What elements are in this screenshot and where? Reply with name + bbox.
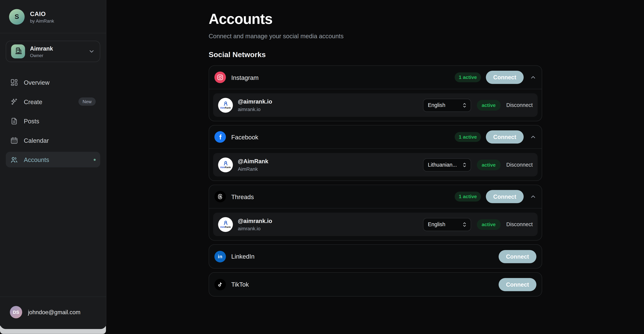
- threads-icon: [214, 191, 226, 203]
- language-select-value: Lithuanian...: [428, 161, 457, 168]
- sparkles-icon: [10, 98, 18, 105]
- workspace-avatar: [11, 44, 25, 58]
- language-select[interactable]: English: [423, 218, 471, 231]
- app-window: S CAIO by AimRank: [0, 0, 644, 334]
- network-header: in LinkedIn Connect: [209, 245, 542, 268]
- workspace-name: Aimrank: [30, 45, 53, 52]
- sidebar-divider-top: [0, 33, 106, 33]
- language-select-value: English: [428, 102, 445, 108]
- account-display-name: aimrank.io: [238, 226, 272, 231]
- workspace-info: Aimrank Owner: [30, 45, 53, 58]
- network-header: TikTok Connect: [209, 273, 542, 296]
- account-display-name: aimrank.io: [238, 106, 272, 112]
- app-logo: S CAIO by AimRank: [0, 0, 106, 33]
- app-title: CAIO: [30, 10, 54, 17]
- tiktok-icon: [214, 279, 226, 290]
- network-name: Instagram: [231, 74, 259, 81]
- chevron-up-down-icon: [462, 222, 467, 227]
- network-name: TikTok: [231, 281, 249, 288]
- user-email: johndoe@gmail.com: [28, 309, 80, 315]
- new-badge: New: [78, 97, 96, 106]
- user-initials: DS: [13, 310, 19, 314]
- sidebar: S CAIO by AimRank: [0, 0, 106, 329]
- network-header: Instagram 1 active Connect: [209, 66, 542, 89]
- avatar-brand-text: AimRank: [220, 166, 231, 169]
- sidebar-item-calendar[interactable]: Calendar: [6, 132, 100, 148]
- account-names: @aimrank.io aimrank.io: [238, 217, 272, 231]
- language-select-value: English: [428, 221, 445, 227]
- workspace-selector[interactable]: Aimrank Owner: [6, 41, 100, 62]
- account-avatar: AimRank: [218, 217, 233, 232]
- card-divider: [209, 89, 542, 89]
- chevron-up-icon[interactable]: [530, 134, 536, 140]
- users-icon: [10, 156, 18, 163]
- language-select[interactable]: English: [423, 98, 471, 112]
- sidebar-item-accounts[interactable]: Accounts: [6, 152, 100, 167]
- disconnect-link[interactable]: Disconnect: [506, 102, 533, 108]
- network-card-tiktok: TikTok Connect: [209, 272, 542, 296]
- connect-button[interactable]: Connect: [486, 190, 524, 203]
- header-actions: 1 active Connect: [455, 190, 536, 203]
- connected-account-row: AimRank @AimRank AimRank Lithuanian...: [213, 153, 538, 177]
- app-logo-avatar: S: [9, 9, 24, 25]
- workspace-role: Owner: [30, 53, 53, 58]
- sidebar-item-label: Calendar: [24, 137, 49, 144]
- card-divider: [209, 148, 542, 149]
- app-logo-text: CAIO by AimRank: [30, 10, 54, 24]
- sidebar-item-create[interactable]: Create New: [6, 94, 100, 109]
- connect-button[interactable]: Connect: [499, 278, 536, 291]
- avatar-brand-text: AimRank: [220, 107, 231, 109]
- document-icon: [10, 117, 18, 125]
- status-badge: active: [477, 219, 500, 230]
- sidebar-item-posts[interactable]: Posts: [6, 113, 100, 129]
- page-title: Accounts: [209, 11, 542, 27]
- app-logo-initial: S: [15, 13, 19, 21]
- status-badge: active: [477, 100, 500, 110]
- network-header: Facebook 1 active Connect: [209, 125, 542, 148]
- sidebar-footer: DS johndoe@gmail.com: [0, 296, 106, 329]
- connect-button[interactable]: Connect: [486, 130, 524, 144]
- chevron-up-icon[interactable]: [530, 74, 536, 81]
- account-display-name: AimRank: [238, 166, 268, 172]
- chevron-down-icon: [88, 48, 95, 55]
- connect-button[interactable]: Connect: [486, 71, 524, 84]
- account-avatar: AimRank: [218, 157, 233, 172]
- account-names: @AimRank AimRank: [238, 158, 268, 172]
- disconnect-link[interactable]: Disconnect: [506, 161, 533, 168]
- chevron-up-down-icon: [462, 102, 467, 108]
- connected-account-row: AimRank @aimrank.io aimrank.io English: [213, 93, 538, 117]
- sidebar-item-label: Overview: [24, 79, 50, 86]
- sidebar-item-label: Posts: [24, 117, 39, 124]
- active-count-badge: 1 active: [455, 132, 481, 142]
- sidebar-item-overview[interactable]: Overview: [6, 74, 100, 90]
- network-card-instagram: Instagram 1 active Connect: [209, 65, 542, 121]
- facebook-icon: [214, 131, 226, 143]
- active-count-badge: 1 active: [455, 192, 481, 202]
- network-header: Threads 1 active Connect: [209, 185, 542, 208]
- calendar-icon: [10, 136, 18, 144]
- chevron-up-down-icon: [462, 162, 467, 168]
- header-actions: 1 active Connect: [455, 130, 536, 144]
- network-card-threads: Threads 1 active Connect: [209, 185, 542, 241]
- card-divider: [209, 208, 542, 208]
- network-name: LinkedIn: [231, 253, 254, 260]
- header-actions: Connect: [499, 278, 536, 291]
- instagram-icon: [214, 72, 226, 83]
- user-avatar[interactable]: DS: [10, 306, 22, 318]
- chevron-up-icon[interactable]: [530, 193, 536, 200]
- avatar-brand-text: AimRank: [220, 226, 231, 228]
- accounts-page: Accounts Connect and manage your social …: [209, 0, 542, 296]
- app-subtitle: by AimRank: [30, 19, 54, 23]
- header-actions: Connect: [499, 250, 536, 263]
- main-area: Accounts Connect and manage your social …: [107, 0, 644, 334]
- connect-button[interactable]: Connect: [499, 250, 536, 263]
- status-badge: active: [477, 159, 500, 170]
- dashboard-icon: [10, 78, 18, 86]
- section-title: Social Networks: [209, 51, 542, 59]
- account-avatar: AimRank: [218, 98, 233, 112]
- disconnect-link[interactable]: Disconnect: [506, 221, 533, 227]
- language-select[interactable]: Lithuanian...: [423, 158, 471, 171]
- sidebar-item-label: Create: [24, 98, 42, 105]
- network-cards: Instagram 1 active Connect: [209, 65, 542, 296]
- network-card-facebook: Facebook 1 active Connect: [209, 125, 542, 181]
